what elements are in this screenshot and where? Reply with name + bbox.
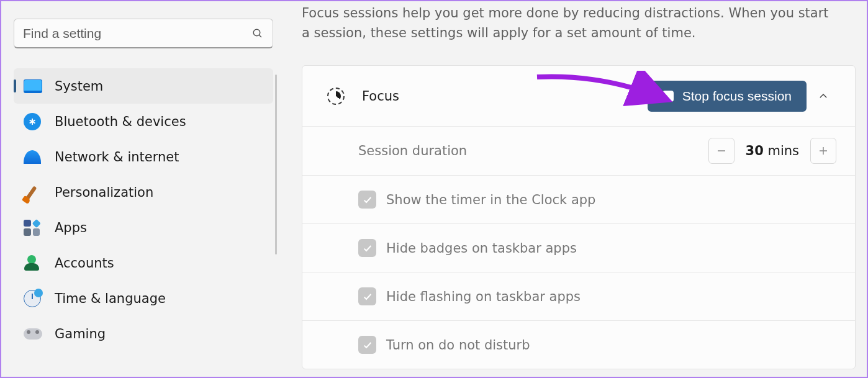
- sidebar-scrollbar[interactable]: [275, 74, 277, 254]
- option-show-timer[interactable]: Show the timer in the Clock app: [302, 175, 855, 223]
- checkbox-hide-badges[interactable]: [358, 239, 376, 257]
- stop-focus-button-label: Stop focus session: [682, 89, 792, 104]
- option-label: Hide badges on taskbar apps: [386, 241, 836, 256]
- brush-icon: [24, 184, 55, 201]
- system-icon: [24, 79, 55, 93]
- session-duration-row: Session duration 30 mins: [302, 126, 855, 175]
- option-label: Turn on do not disturb: [386, 338, 836, 353]
- bluetooth-icon: ∗: [24, 113, 55, 130]
- chevron-up-icon: [818, 91, 829, 102]
- sidebar-item-label: Accounts: [55, 256, 114, 271]
- sidebar-item-network[interactable]: Network & internet: [14, 139, 273, 174]
- apps-icon: [24, 220, 55, 236]
- plus-icon: [818, 145, 829, 156]
- sidebar-item-label: Network & internet: [55, 150, 179, 164]
- svg-point-0: [253, 29, 260, 36]
- stop-icon: [662, 91, 674, 102]
- sidebar-item-label: System: [55, 79, 103, 94]
- checkbox-show-timer[interactable]: [358, 191, 376, 209]
- stop-focus-button[interactable]: Stop focus session: [648, 81, 807, 112]
- option-label: Show the timer in the Clock app: [386, 192, 836, 207]
- sidebar-item-label: Apps: [55, 220, 87, 235]
- sidebar-item-personalization[interactable]: Personalization: [14, 174, 273, 210]
- sidebar-item-system[interactable]: System: [14, 68, 273, 104]
- clock-globe-icon: [24, 290, 55, 307]
- duration-stepper: 30 mins: [708, 138, 836, 164]
- option-hide-badges[interactable]: Hide badges on taskbar apps: [302, 223, 855, 272]
- focus-description: Focus sessions help you get more done by…: [302, 1, 856, 43]
- option-label: Hide flashing on taskbar apps: [386, 289, 836, 304]
- settings-sidebar: System ∗ Bluetooth & devices Network & i…: [1, 1, 279, 377]
- option-do-not-disturb[interactable]: Turn on do not disturb: [302, 320, 855, 369]
- settings-nav: System ∗ Bluetooth & devices Network & i…: [14, 68, 273, 351]
- sidebar-item-gaming[interactable]: Gaming: [14, 316, 273, 351]
- increase-duration-button[interactable]: [810, 138, 836, 164]
- checkbox-dnd[interactable]: [358, 336, 376, 354]
- sidebar-item-time-language[interactable]: Time & language: [14, 281, 273, 316]
- sidebar-item-label: Gaming: [55, 326, 106, 341]
- minus-icon: [716, 145, 727, 156]
- gamepad-icon: [24, 328, 55, 340]
- focus-card-title: Focus: [362, 89, 648, 104]
- option-hide-flashing[interactable]: Hide flashing on taskbar apps: [302, 272, 855, 320]
- duration-value: 30 mins: [746, 143, 799, 158]
- settings-main-content: Focus sessions help you get more done by…: [302, 1, 856, 377]
- checkbox-hide-flashing[interactable]: [358, 287, 376, 305]
- check-icon: [363, 340, 373, 350]
- sidebar-item-bluetooth[interactable]: ∗ Bluetooth & devices: [14, 104, 273, 139]
- check-icon: [363, 292, 373, 302]
- check-icon: [363, 243, 373, 253]
- focus-card: Focus Stop focus session Session duratio…: [302, 65, 856, 369]
- sidebar-item-accounts[interactable]: Accounts: [14, 245, 273, 281]
- session-duration-label: Session duration: [358, 143, 708, 158]
- sidebar-item-label: Time & language: [55, 291, 166, 306]
- collapse-toggle[interactable]: [810, 91, 836, 102]
- focus-card-header[interactable]: Focus Stop focus session: [302, 66, 855, 126]
- search-icon: [252, 28, 263, 39]
- sidebar-item-apps[interactable]: Apps: [14, 210, 273, 245]
- decrease-duration-button[interactable]: [708, 138, 735, 164]
- sidebar-item-label: Bluetooth & devices: [55, 114, 186, 129]
- search-field[interactable]: [14, 19, 273, 48]
- focus-icon: [327, 88, 362, 105]
- wifi-icon: [24, 150, 55, 164]
- svg-line-1: [259, 35, 261, 37]
- search-input[interactable]: [23, 26, 252, 41]
- person-icon: [24, 255, 55, 271]
- check-icon: [363, 195, 373, 205]
- sidebar-item-label: Personalization: [55, 185, 153, 200]
